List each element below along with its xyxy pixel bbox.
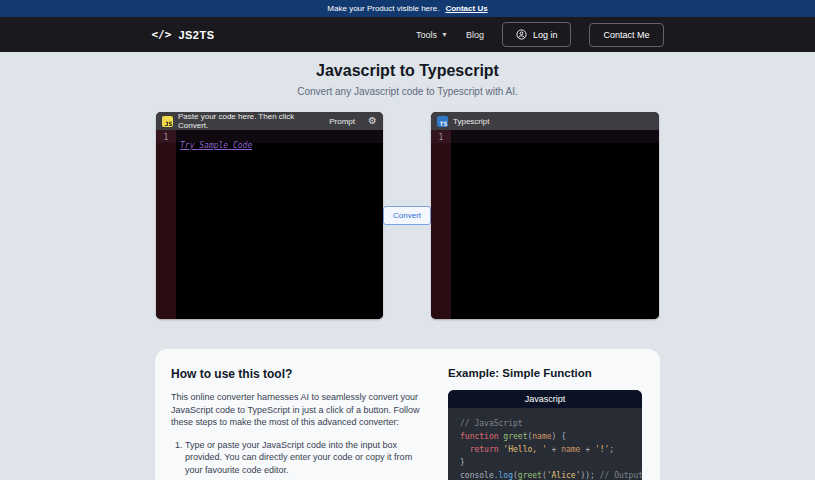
promo-contact-link[interactable]: Contact Us [445, 4, 487, 13]
output-panel-header: TS Typescript [431, 112, 659, 130]
page-title: Javascript to Typescript [0, 62, 815, 80]
converter-section: JS Paste your code here. Then click Conv… [156, 112, 659, 319]
input-code-area[interactable]: Try Sample Code [176, 130, 383, 319]
output-line-numbers: 1 [431, 130, 451, 319]
example-title: Example: Simple Function [448, 367, 642, 379]
login-button[interactable]: Log in [502, 22, 572, 47]
promo-text: Make your Product visible here. [327, 4, 439, 13]
input-line-numbers: 1 [156, 130, 176, 319]
how-to-title: How to use this tool? [171, 367, 426, 381]
gear-icon[interactable]: ⚙ [368, 116, 377, 126]
code-icon: </> [152, 28, 172, 41]
example-code-card: Javascript // JavaScriptfunction greet(n… [448, 390, 642, 480]
prompt-button[interactable]: Prompt [329, 117, 355, 126]
output-code-area [451, 130, 659, 319]
nav-blog-label: Blog [466, 30, 484, 40]
input-code-editor[interactable]: 1 Try Sample Code [156, 130, 383, 319]
example-code-header: Javascript [448, 390, 642, 408]
converter-middle: Convert [383, 112, 431, 225]
input-panel-title: Paste your code here. Then click Convert… [178, 112, 319, 130]
javascript-icon: JS [162, 116, 173, 127]
active-line-highlight [431, 130, 659, 143]
example-code: // JavaScriptfunction greet(name) { retu… [448, 408, 642, 480]
hero-section: Javascript to Typescript Convert any Jav… [0, 52, 815, 97]
logo-text: JS2TS [178, 29, 214, 41]
output-code-editor: 1 [431, 130, 659, 319]
nav-tools-label: Tools [416, 30, 437, 40]
login-label: Log in [533, 30, 558, 40]
input-code-panel: JS Paste your code here. Then click Conv… [156, 112, 383, 319]
nav-item-blog[interactable]: Blog [466, 30, 484, 40]
typescript-icon: TS [437, 116, 448, 127]
contact-me-button[interactable]: Contact Me [589, 23, 663, 47]
example-column: Example: Simple Function Javascript // J… [448, 367, 642, 480]
contact-label: Contact Me [603, 30, 649, 40]
how-to-intro: This online converter harnesses AI to se… [171, 391, 426, 429]
navbar: </> JS2TS Tools ▼ Blog Log in Contact Me [0, 17, 815, 52]
how-to-step: Type or paste your JavaScript code into … [185, 439, 426, 477]
info-card: How to use this tool? This online conver… [155, 349, 660, 480]
nav-item-tools[interactable]: Tools ▼ [416, 30, 448, 40]
convert-button[interactable]: Convert [383, 206, 431, 225]
promo-banner: Make your Product visible here. Contact … [0, 0, 815, 17]
input-panel-header: JS Paste your code here. Then click Conv… [156, 112, 383, 130]
output-code-panel: TS Typescript 1 [431, 112, 659, 319]
how-to-steps: Type or paste your JavaScript code into … [185, 439, 426, 480]
output-panel-title: Typescript [453, 117, 489, 126]
how-to-column: How to use this tool? This online conver… [171, 367, 426, 480]
try-sample-code-link[interactable]: Try Sample Code [180, 141, 252, 150]
person-icon [516, 29, 527, 40]
page-subtitle: Convert any Javascript code to Typescrip… [0, 86, 815, 97]
chevron-down-icon: ▼ [441, 31, 448, 38]
logo[interactable]: </> JS2TS [152, 28, 215, 41]
